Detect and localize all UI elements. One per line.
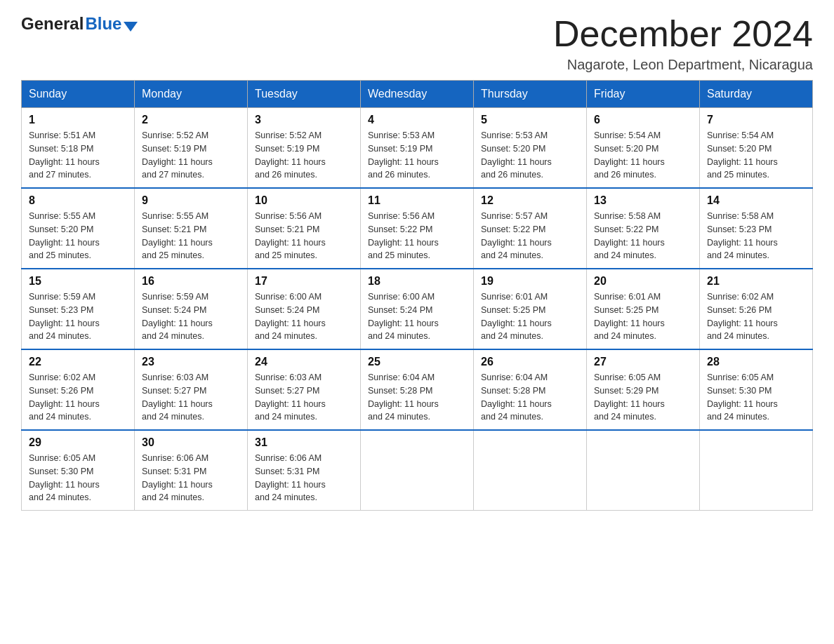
calendar-cell: 9 Sunrise: 5:55 AM Sunset: 5:21 PM Dayli… xyxy=(135,188,248,269)
day-info: Sunrise: 5:56 AM Sunset: 5:21 PM Dayligh… xyxy=(255,210,353,262)
day-info: Sunrise: 5:51 AM Sunset: 5:18 PM Dayligh… xyxy=(29,129,127,182)
day-info: Sunrise: 5:58 AM Sunset: 5:22 PM Dayligh… xyxy=(594,210,692,262)
calendar-week-row: 1 Sunrise: 5:51 AM Sunset: 5:18 PM Dayli… xyxy=(22,108,813,189)
day-number: 10 xyxy=(255,194,353,207)
calendar-cell xyxy=(700,430,813,511)
day-info: Sunrise: 6:03 AM Sunset: 5:27 PM Dayligh… xyxy=(255,371,353,424)
day-info: Sunrise: 6:04 AM Sunset: 5:28 PM Dayligh… xyxy=(368,371,466,424)
calendar-cell: 16 Sunrise: 5:59 AM Sunset: 5:24 PM Dayl… xyxy=(135,269,248,349)
calendar-cell: 1 Sunrise: 5:51 AM Sunset: 5:18 PM Dayli… xyxy=(22,108,135,189)
calendar-week-row: 8 Sunrise: 5:55 AM Sunset: 5:20 PM Dayli… xyxy=(22,188,813,269)
calendar-cell: 10 Sunrise: 5:56 AM Sunset: 5:21 PM Dayl… xyxy=(248,188,361,269)
day-info: Sunrise: 6:00 AM Sunset: 5:24 PM Dayligh… xyxy=(368,290,466,343)
calendar-cell: 4 Sunrise: 5:53 AM Sunset: 5:19 PM Dayli… xyxy=(361,108,474,189)
col-friday: Friday xyxy=(587,81,700,108)
day-number: 14 xyxy=(707,194,805,207)
calendar-cell: 31 Sunrise: 6:06 AM Sunset: 5:31 PM Dayl… xyxy=(248,430,361,511)
day-number: 7 xyxy=(707,114,805,126)
calendar-cell: 11 Sunrise: 5:56 AM Sunset: 5:22 PM Dayl… xyxy=(361,188,474,269)
col-wednesday: Wednesday xyxy=(361,81,474,108)
day-number: 4 xyxy=(368,114,466,126)
day-info: Sunrise: 5:57 AM Sunset: 5:22 PM Dayligh… xyxy=(481,210,579,262)
day-number: 18 xyxy=(368,275,466,288)
day-number: 5 xyxy=(481,114,579,126)
calendar-cell: 14 Sunrise: 5:58 AM Sunset: 5:23 PM Dayl… xyxy=(700,188,813,269)
calendar-cell: 8 Sunrise: 5:55 AM Sunset: 5:20 PM Dayli… xyxy=(22,188,135,269)
calendar-cell: 24 Sunrise: 6:03 AM Sunset: 5:27 PM Dayl… xyxy=(248,349,361,430)
day-number: 30 xyxy=(142,436,240,449)
calendar-header-row: Sunday Monday Tuesday Wednesday Thursday… xyxy=(22,81,813,108)
calendar-week-row: 22 Sunrise: 6:02 AM Sunset: 5:26 PM Dayl… xyxy=(22,349,813,430)
day-info: Sunrise: 6:05 AM Sunset: 5:29 PM Dayligh… xyxy=(594,371,692,424)
calendar-cell: 2 Sunrise: 5:52 AM Sunset: 5:19 PM Dayli… xyxy=(135,108,248,189)
day-info: Sunrise: 5:56 AM Sunset: 5:22 PM Dayligh… xyxy=(368,210,466,262)
day-info: Sunrise: 5:55 AM Sunset: 5:20 PM Dayligh… xyxy=(29,210,127,262)
calendar-cell xyxy=(587,430,700,511)
col-tuesday: Tuesday xyxy=(248,81,361,108)
day-number: 20 xyxy=(594,275,692,288)
logo: General Blue xyxy=(21,14,138,34)
calendar-week-row: 15 Sunrise: 5:59 AM Sunset: 5:23 PM Dayl… xyxy=(22,269,813,349)
calendar-cell: 29 Sunrise: 6:05 AM Sunset: 5:30 PM Dayl… xyxy=(22,430,135,511)
calendar-cell: 28 Sunrise: 6:05 AM Sunset: 5:30 PM Dayl… xyxy=(700,349,813,430)
day-info: Sunrise: 6:02 AM Sunset: 5:26 PM Dayligh… xyxy=(707,290,805,343)
day-info: Sunrise: 6:03 AM Sunset: 5:27 PM Dayligh… xyxy=(142,371,240,424)
day-number: 19 xyxy=(481,275,579,288)
day-number: 23 xyxy=(142,356,240,368)
day-info: Sunrise: 5:55 AM Sunset: 5:21 PM Dayligh… xyxy=(142,210,240,262)
day-info: Sunrise: 5:52 AM Sunset: 5:19 PM Dayligh… xyxy=(142,129,240,182)
day-number: 28 xyxy=(707,356,805,368)
day-number: 2 xyxy=(142,114,240,126)
calendar-cell: 18 Sunrise: 6:00 AM Sunset: 5:24 PM Dayl… xyxy=(361,269,474,349)
day-info: Sunrise: 6:05 AM Sunset: 5:30 PM Dayligh… xyxy=(29,452,127,504)
location-subtitle: Nagarote, Leon Department, Nicaragua xyxy=(553,57,813,73)
title-block: December 2024 Nagarote, Leon Department,… xyxy=(553,14,813,73)
day-number: 17 xyxy=(255,275,353,288)
calendar-cell: 25 Sunrise: 6:04 AM Sunset: 5:28 PM Dayl… xyxy=(361,349,474,430)
col-sunday: Sunday xyxy=(22,81,135,108)
calendar-cell xyxy=(361,430,474,511)
day-number: 31 xyxy=(255,436,353,449)
day-info: Sunrise: 5:54 AM Sunset: 5:20 PM Dayligh… xyxy=(594,129,692,182)
day-number: 1 xyxy=(29,114,127,126)
day-info: Sunrise: 6:06 AM Sunset: 5:31 PM Dayligh… xyxy=(142,452,240,504)
day-number: 6 xyxy=(594,114,692,126)
day-info: Sunrise: 6:00 AM Sunset: 5:24 PM Dayligh… xyxy=(255,290,353,343)
day-info: Sunrise: 5:58 AM Sunset: 5:23 PM Dayligh… xyxy=(707,210,805,262)
calendar-cell: 26 Sunrise: 6:04 AM Sunset: 5:28 PM Dayl… xyxy=(474,349,587,430)
day-number: 11 xyxy=(368,194,466,207)
calendar-cell: 13 Sunrise: 5:58 AM Sunset: 5:22 PM Dayl… xyxy=(587,188,700,269)
calendar-cell: 3 Sunrise: 5:52 AM Sunset: 5:19 PM Dayli… xyxy=(248,108,361,189)
day-number: 25 xyxy=(368,356,466,368)
day-number: 15 xyxy=(29,275,127,288)
col-monday: Monday xyxy=(135,81,248,108)
col-thursday: Thursday xyxy=(474,81,587,108)
day-info: Sunrise: 5:59 AM Sunset: 5:24 PM Dayligh… xyxy=(142,290,240,343)
day-number: 29 xyxy=(29,436,127,449)
calendar-cell: 7 Sunrise: 5:54 AM Sunset: 5:20 PM Dayli… xyxy=(700,108,813,189)
calendar-cell: 22 Sunrise: 6:02 AM Sunset: 5:26 PM Dayl… xyxy=(22,349,135,430)
day-info: Sunrise: 6:01 AM Sunset: 5:25 PM Dayligh… xyxy=(594,290,692,343)
calendar-cell: 17 Sunrise: 6:00 AM Sunset: 5:24 PM Dayl… xyxy=(248,269,361,349)
calendar-cell: 15 Sunrise: 5:59 AM Sunset: 5:23 PM Dayl… xyxy=(22,269,135,349)
calendar-cell: 19 Sunrise: 6:01 AM Sunset: 5:25 PM Dayl… xyxy=(474,269,587,349)
calendar-cell: 27 Sunrise: 6:05 AM Sunset: 5:29 PM Dayl… xyxy=(587,349,700,430)
day-number: 27 xyxy=(594,356,692,368)
day-number: 12 xyxy=(481,194,579,207)
day-info: Sunrise: 6:05 AM Sunset: 5:30 PM Dayligh… xyxy=(707,371,805,424)
logo-arrow-icon xyxy=(124,22,138,32)
calendar-cell: 21 Sunrise: 6:02 AM Sunset: 5:26 PM Dayl… xyxy=(700,269,813,349)
calendar-cell: 30 Sunrise: 6:06 AM Sunset: 5:31 PM Dayl… xyxy=(135,430,248,511)
day-info: Sunrise: 5:54 AM Sunset: 5:20 PM Dayligh… xyxy=(707,129,805,182)
day-number: 8 xyxy=(29,194,127,207)
page-header: General Blue December 2024 Nagarote, Leo… xyxy=(21,14,813,73)
day-info: Sunrise: 5:53 AM Sunset: 5:19 PM Dayligh… xyxy=(368,129,466,182)
day-number: 21 xyxy=(707,275,805,288)
logo-blue-text: Blue xyxy=(85,14,121,34)
calendar-cell: 5 Sunrise: 5:53 AM Sunset: 5:20 PM Dayli… xyxy=(474,108,587,189)
day-number: 3 xyxy=(255,114,353,126)
day-number: 9 xyxy=(142,194,240,207)
day-number: 22 xyxy=(29,356,127,368)
calendar-cell: 20 Sunrise: 6:01 AM Sunset: 5:25 PM Dayl… xyxy=(587,269,700,349)
day-number: 26 xyxy=(481,356,579,368)
